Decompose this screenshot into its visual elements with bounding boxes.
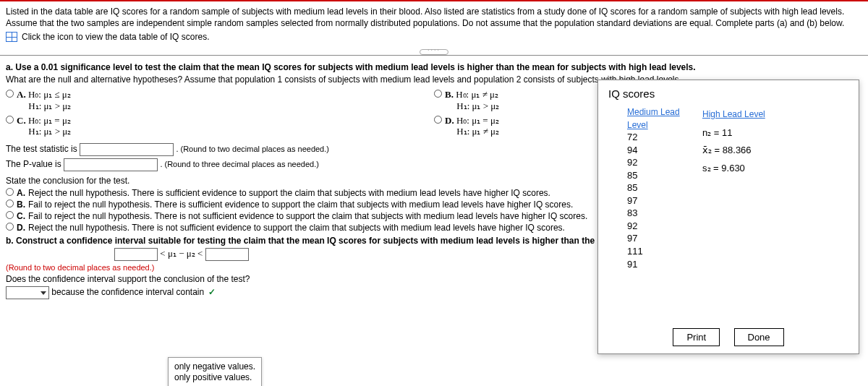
option-c-radio[interactable]	[6, 116, 14, 124]
done-button[interactable]: Done	[734, 328, 784, 346]
conclusion-d-label: D.	[17, 223, 28, 233]
option-b-h0: H₀: μ₁ ≠ μ₂	[456, 89, 498, 100]
drag-handle-icon[interactable]	[420, 49, 448, 55]
test-statistic-input[interactable]	[80, 143, 174, 156]
medium-value-7: 92	[627, 220, 702, 233]
conclusion-c-text: Fail to reject the null hypothesis. Ther…	[28, 211, 587, 221]
option-b-label: B.	[445, 89, 454, 100]
popup-option-2[interactable]: only positive values.	[174, 372, 255, 382]
data-table-icon[interactable]	[6, 32, 17, 42]
medium-value-8: 97	[627, 232, 702, 245]
panel-title: IQ scores	[598, 80, 859, 103]
medium-value-9: 111	[627, 245, 702, 258]
conclusion-b-label: B.	[17, 200, 28, 210]
option-d-radio[interactable]	[434, 116, 442, 124]
stat-xbar2: x̄₂ = 88.366	[702, 142, 818, 160]
option-a-h1: H₁: μ₁ > μ₂	[28, 100, 71, 111]
dropdown-options-popup: only negative values. only positive valu…	[168, 357, 262, 386]
pvalue-hint: . (Round to three decimal places as need…	[160, 160, 319, 168]
checkmark-icon: ✓	[208, 287, 216, 297]
conclusion-a-label: A.	[17, 188, 28, 198]
stat-s2: s₂ = 9.630	[702, 160, 818, 178]
ci-reason-text: because the confidence interval contain	[51, 287, 204, 297]
ci-support-dropdown[interactable]	[6, 286, 49, 299]
conclusion-c-radio[interactable]	[6, 211, 14, 219]
medium-value-10: 91	[627, 258, 702, 271]
medium-value-2: 92	[627, 156, 702, 169]
problem-intro: Listed in the data table are IQ scores f…	[0, 1, 868, 30]
option-c-h0: H₀: μ₁ = μ₂	[28, 115, 71, 126]
option-d-h1: H₁: μ₁ ≠ μ₂	[456, 126, 499, 137]
ci-upper-input[interactable]	[205, 248, 249, 261]
option-b-h1: H₁: μ₁ > μ₂	[456, 100, 499, 111]
test-stat-hint: . (Round to two decimal places as needed…	[176, 145, 329, 153]
option-a-radio[interactable]	[6, 90, 14, 98]
medium-lead-header[interactable]: Medium Lead Level	[627, 107, 680, 130]
icon-row-text: Click the icon to view the data table of…	[22, 32, 209, 42]
option-c-label: C.	[17, 115, 26, 126]
option-a-h0: H₀: μ₁ ≤ μ₂	[28, 89, 71, 100]
ci-lower-input[interactable]	[114, 248, 158, 261]
high-lead-header[interactable]: High Lead Level	[702, 106, 765, 123]
popup-option-3[interactable]: zero.	[174, 383, 255, 386]
pvalue-label: The P-value is	[6, 159, 61, 169]
medium-value-3: 85	[627, 169, 702, 182]
conclusion-d-radio[interactable]	[6, 223, 14, 231]
medium-value-5: 97	[627, 194, 702, 207]
medium-value-0: 72	[627, 131, 702, 144]
conclusion-c-label: C.	[17, 211, 28, 221]
test-stat-label: The test statistic is	[6, 144, 77, 154]
option-a-label: A.	[17, 89, 26, 100]
stat-n2: n₂ = 11	[702, 124, 818, 142]
option-d-label: D.	[445, 115, 454, 126]
conclusion-b-radio[interactable]	[6, 200, 14, 207]
medium-value-1: 94	[627, 144, 702, 157]
print-button[interactable]: Print	[673, 328, 720, 346]
conclusion-d-text: Reject the null hypothesis. There is not…	[28, 223, 565, 233]
popup-option-1[interactable]: only negative values.	[174, 361, 255, 372]
iq-scores-panel: IQ scores Medium Lead Level 72 94 92 85 …	[597, 80, 859, 354]
conclusion-a-text: Reject the null hypothesis. There is suf…	[28, 188, 550, 198]
conclusion-a-radio[interactable]	[6, 188, 14, 196]
pvalue-input[interactable]	[64, 158, 158, 171]
conclusion-b-text: Fail to reject the null hypothesis. Ther…	[28, 200, 573, 210]
medium-value-6: 83	[627, 207, 702, 220]
option-d-h0: H₀: μ₁ = μ₂	[456, 115, 499, 126]
ci-middle-text: < μ₁ − μ₂ <	[160, 248, 203, 259]
option-c-h1: H₁: μ₁ > μ₂	[28, 126, 71, 137]
medium-value-4: 85	[627, 181, 702, 194]
part-a-prompt: a. Use a 0.01 significance level to test…	[6, 62, 862, 72]
option-b-radio[interactable]	[434, 90, 442, 98]
